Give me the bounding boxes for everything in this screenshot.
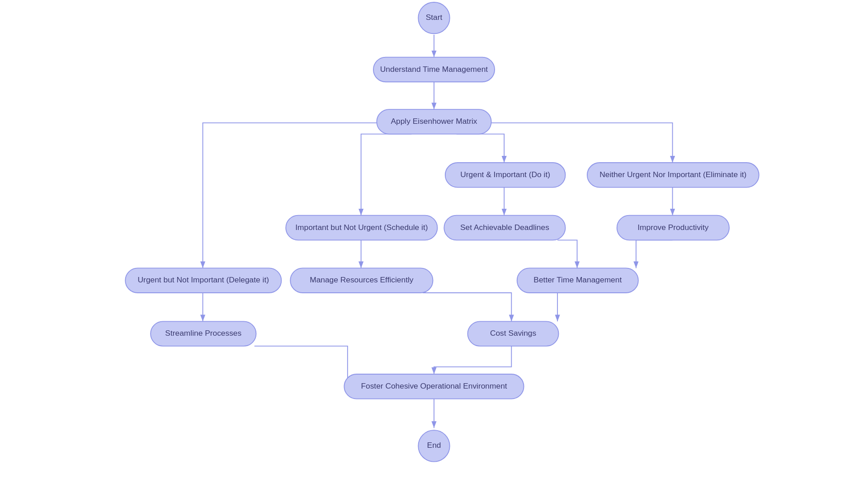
arrow-cost-foster: [434, 346, 511, 374]
streamline-label: Streamline Processes: [165, 328, 241, 338]
arrow-eisenhower-imp-not-urgent: [361, 134, 412, 216]
imp-not-urgent-label: Important but Not Urgent (Schedule it): [295, 223, 428, 232]
arrow-streamline-foster: [255, 346, 348, 388]
manage-res-label: Manage Resources Efficiently: [310, 275, 414, 284]
start-label: Start: [426, 13, 443, 22]
eisenhower-label: Apply Eisenhower Matrix: [391, 117, 477, 126]
arrow-eisenhower-neither: [490, 123, 672, 163]
better-time-label: Better Time Management: [533, 275, 622, 284]
arrow-eisenhower-urgent-not-imp: [203, 123, 378, 268]
arrow-better-cost: [557, 293, 577, 321]
arrow-improve-better: [636, 240, 673, 268]
cost-savings-label: Cost Savings: [490, 328, 537, 338]
arrow-deadlines-better: [557, 240, 577, 268]
set-deadlines-label: Set Achievable Deadlines: [460, 223, 549, 232]
neither-label: Neither Urgent Nor Important (Eliminate …: [599, 170, 746, 179]
foster-label: Foster Cohesive Operational Environment: [361, 381, 507, 390]
urgent-imp-label: Urgent & Important (Do it): [460, 170, 550, 179]
urgent-not-imp-label: Urgent but Not Important (Delegate it): [138, 275, 269, 284]
arrow-eisenhower-urgent-imp: [457, 134, 505, 163]
end-label: End: [427, 441, 441, 450]
understand-label: Understand Time Management: [380, 65, 488, 74]
improve-prod-label: Improve Productivity: [637, 223, 709, 232]
arrow-manage-cost: [423, 293, 511, 321]
flowchart-diagram: Start Understand Time Management Apply E…: [0, 0, 868, 488]
